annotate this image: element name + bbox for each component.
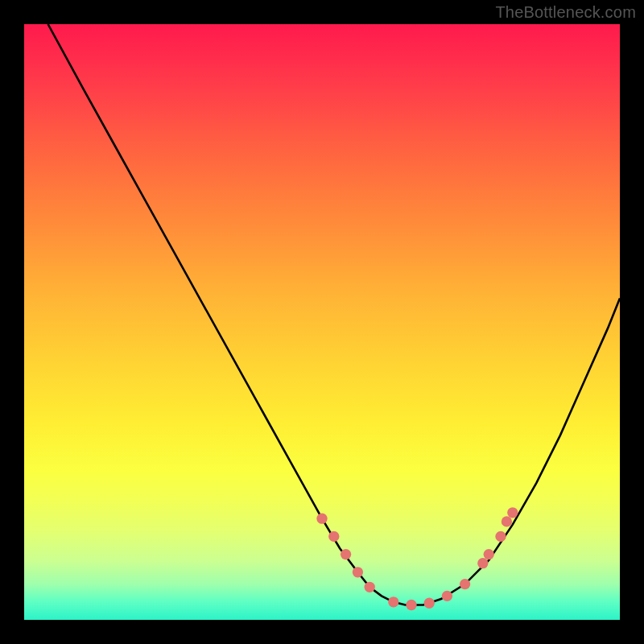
marker-dot [328, 531, 339, 542]
marker-dot [424, 598, 435, 609]
marker-dot [484, 549, 494, 559]
plot-area [24, 24, 620, 620]
bottleneck-curve [48, 24, 620, 605]
marker-dot [388, 597, 398, 607]
marker-dot [507, 507, 518, 518]
chart-stage: TheBottleneck.com [0, 0, 644, 644]
marker-dot [460, 579, 470, 589]
marker-dot [502, 516, 512, 526]
marker-dot [353, 567, 363, 577]
marker-dot [406, 600, 416, 610]
marker-dot [341, 549, 351, 559]
watermark-text: TheBottleneck.com [495, 3, 636, 22]
marker-dot [495, 531, 506, 542]
marker-dot [316, 514, 327, 524]
marker-dot [365, 582, 375, 592]
chart-svg [24, 24, 620, 620]
marker-dot [442, 591, 452, 601]
marker-dot [477, 558, 488, 568]
marker-group [316, 507, 518, 610]
